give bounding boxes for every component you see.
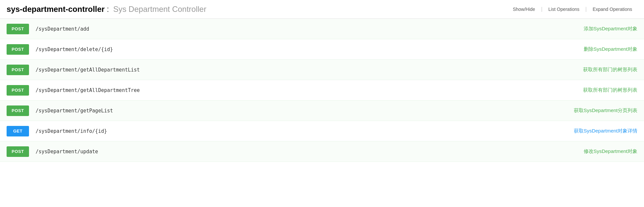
- operation-row[interactable]: POST/sysDepartment/getAllDepartmentTree获…: [0, 80, 644, 101]
- controller-bold-title: sys-department-controller: [7, 5, 104, 14]
- show-hide-button[interactable]: Show/Hide: [508, 5, 541, 13]
- operation-description: 获取所有部门的树形列表: [532, 67, 637, 73]
- controller-header: sys-department-controller : Sys Departme…: [0, 0, 644, 19]
- method-badge-get: GET: [7, 126, 29, 136]
- operation-row[interactable]: POST/sysDepartment/add添加SysDepartment对象: [0, 19, 644, 39]
- controller-title: sys-department-controller : Sys Departme…: [7, 5, 206, 14]
- operation-row[interactable]: POST/sysDepartment/getAllDepartmentList获…: [0, 60, 644, 80]
- operation-description: 获取所有部门的树形列表: [532, 87, 637, 93]
- operation-description: 获取SysDepartment对象详情: [532, 128, 637, 134]
- operation-path: /sysDepartment/getAllDepartmentList: [36, 67, 532, 73]
- method-badge-post: POST: [7, 105, 29, 116]
- list-operations-button[interactable]: List Operations: [543, 5, 585, 13]
- operation-path: /sysDepartment/info/{id}: [36, 128, 532, 134]
- operation-path: /sysDepartment/getPageList: [36, 108, 532, 114]
- divider-1: |: [541, 6, 542, 12]
- method-badge-post: POST: [7, 65, 29, 75]
- divider-2: |: [585, 6, 587, 12]
- method-badge-post: POST: [7, 146, 29, 157]
- operation-description: 获取SysDepartment分页列表: [532, 107, 637, 114]
- controller-section: sys-department-controller : Sys Departme…: [0, 0, 644, 162]
- method-badge-post: POST: [7, 44, 29, 55]
- operation-description: 删除SysDepartment对象: [532, 46, 637, 52]
- method-badge-post: POST: [7, 24, 29, 34]
- operations-list: POST/sysDepartment/add添加SysDepartment对象P…: [0, 19, 644, 162]
- operation-row[interactable]: POST/sysDepartment/getPageList获取SysDepar…: [0, 101, 644, 121]
- operation-row[interactable]: GET/sysDepartment/info/{id}获取SysDepartme…: [0, 121, 644, 141]
- operation-path: /sysDepartment/getAllDepartmentTree: [36, 87, 532, 93]
- operation-row[interactable]: POST/sysDepartment/update修改SysDepartment…: [0, 141, 644, 162]
- controller-subtitle: Sys Department Controller: [113, 5, 206, 14]
- controller-separator: :: [104, 5, 111, 14]
- header-actions: Show/Hide | List Operations | Expand Ope…: [508, 5, 637, 13]
- method-badge-post: POST: [7, 85, 29, 96]
- expand-operations-button[interactable]: Expand Operations: [587, 5, 637, 13]
- operation-path: /sysDepartment/add: [36, 26, 532, 32]
- operation-path: /sysDepartment/update: [36, 149, 532, 155]
- operation-path: /sysDepartment/delete/{id}: [36, 46, 532, 52]
- operation-description: 添加SysDepartment对象: [532, 26, 637, 32]
- operation-row[interactable]: POST/sysDepartment/delete/{id}删除SysDepar…: [0, 39, 644, 60]
- operation-description: 修改SysDepartment对象: [532, 148, 637, 155]
